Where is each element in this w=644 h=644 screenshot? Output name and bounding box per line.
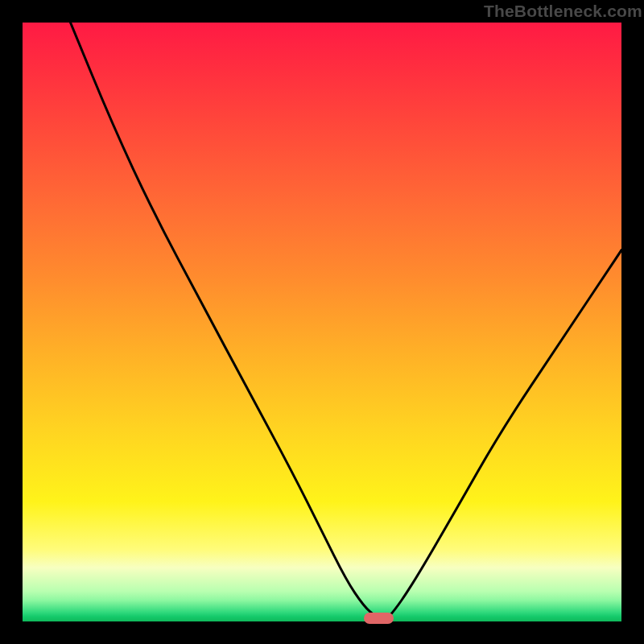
- bottleneck-curve: [23, 23, 621, 621]
- optimal-marker: [364, 613, 394, 624]
- bottleneck-curve-path: [71, 23, 622, 620]
- watermark-text: TheBottleneck.com: [484, 2, 642, 21]
- chart-frame: [23, 23, 621, 621]
